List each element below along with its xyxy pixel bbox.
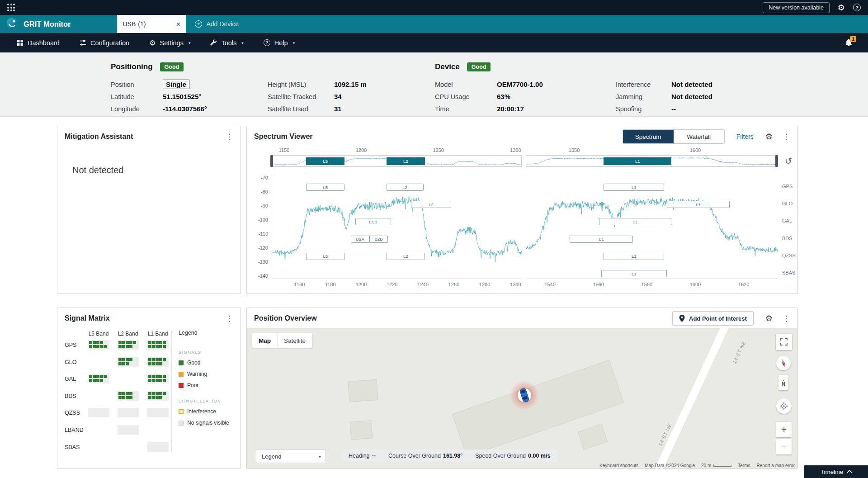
x-axis-tick: 1620	[738, 282, 749, 287]
new-version-button[interactable]: New version available	[763, 2, 830, 13]
y-axis-tick: -70	[249, 175, 268, 180]
signal-cell-qzss-l2[interactable]	[118, 408, 139, 417]
map-type-map-button[interactable]: Map	[252, 333, 277, 348]
signal-cell-glo-l2[interactable]	[118, 357, 139, 367]
nav-item-tools[interactable]: Tools ▾	[210, 39, 243, 47]
positioning-title: Positioning Good	[111, 62, 184, 71]
chevron-down-icon: ▾	[293, 41, 295, 45]
signal-good-square	[163, 341, 166, 344]
signal-cell-bds-l1[interactable]	[147, 391, 169, 401]
signal-good-square	[152, 345, 155, 348]
signal-good-square	[152, 362, 155, 365]
signal-cell-sbas-l1[interactable]	[147, 442, 169, 452]
spectrum-chart: L5L2L2E5BB2AB2BL5L2116011801200122012401…	[272, 172, 777, 291]
signal-cell-qzss-l5[interactable]	[88, 408, 109, 417]
overview-strip[interactable]: L1	[526, 155, 778, 167]
gear-icon[interactable]: ⚙	[765, 314, 773, 322]
satellite-tracked-value: 34	[334, 93, 342, 100]
nav-item-configuration[interactable]: Configuration	[80, 39, 129, 47]
signal-good-square	[148, 396, 151, 399]
row-label-lband: LBAND	[65, 427, 84, 433]
compass-icon[interactable]	[776, 356, 791, 370]
overview-tick: 1250	[433, 147, 443, 153]
signal-good-square	[148, 392, 151, 395]
add-poi-button[interactable]: Add Point of Interest	[672, 311, 754, 326]
fullscreen-icon[interactable]	[776, 334, 792, 350]
spectrum-panel: L5L2L2E5BB2AB2BL5L2	[272, 175, 522, 279]
reset-zoom-icon[interactable]: ↺	[782, 155, 795, 167]
overview-band-l5[interactable]: L5	[306, 157, 344, 165]
report-map-error-link[interactable]: Report a map error	[757, 463, 795, 468]
kebab-menu-icon[interactable]: ⋮	[226, 133, 233, 141]
close-icon[interactable]: ×	[176, 20, 181, 28]
signal-cell-gps-l1[interactable]	[147, 340, 169, 350]
help-icon: ?	[264, 39, 270, 46]
add-device-tab[interactable]: + Add Device	[186, 15, 248, 33]
help-icon[interactable]: ?	[853, 4, 861, 11]
north-reset-button[interactable]: ▲N	[778, 375, 788, 390]
road-label: 14 ST NE	[731, 340, 747, 364]
signal-good-square	[89, 379, 92, 382]
signal-good-square	[118, 396, 122, 399]
signal-cell-qzss-l1[interactable]	[147, 408, 169, 417]
gear-icon[interactable]: ⚙	[838, 4, 845, 12]
card-title: Signal Matrix	[65, 314, 110, 322]
zoom-out-button[interactable]: −	[776, 439, 792, 454]
positioning-status-badge: Good	[160, 62, 184, 71]
nav-item-dashboard[interactable]: Dashboard	[17, 39, 60, 47]
map-type-satellite-button[interactable]: Satellite	[277, 333, 312, 348]
overview-band-l2[interactable]: L2	[387, 157, 425, 165]
nav-item-settings[interactable]: ⚙ Settings ▾	[149, 39, 190, 47]
terms-link[interactable]: Terms	[738, 463, 750, 468]
my-location-icon[interactable]	[776, 398, 792, 414]
range-handle-left[interactable]	[270, 155, 273, 167]
kebab-menu-icon[interactable]: ⋮	[783, 133, 790, 141]
tab-label: USB	[123, 20, 136, 28]
constellation-label-qzss: QZSS	[782, 253, 802, 258]
signal-cell-gal-l5[interactable]	[88, 374, 109, 383]
spectrum-mode-button[interactable]: Spectrum	[623, 130, 674, 143]
topbar-right: New version available ⚙ ?	[763, 2, 861, 13]
gear-icon[interactable]: ⚙	[765, 133, 773, 141]
signal-cell-gps-l5[interactable]	[88, 340, 109, 350]
longitude-value: -114.0307566°	[163, 105, 207, 113]
kebab-menu-icon[interactable]: ⋮	[226, 315, 233, 322]
topbar: New version available ⚙ ?	[0, 0, 868, 15]
map-legend-dropdown[interactable]: Legend ▾	[256, 450, 326, 463]
signal-cell-lband-l2[interactable]	[118, 425, 139, 435]
filters-link[interactable]: Filters	[736, 133, 754, 140]
signal-good-square	[152, 396, 155, 399]
overview-tick: 1600	[690, 147, 701, 153]
notifications-bell-icon[interactable]: 1	[845, 39, 853, 47]
map-building	[350, 420, 373, 440]
signal-cell-bds-l2[interactable]	[118, 391, 139, 401]
overview-band-l1[interactable]: L1	[604, 157, 671, 165]
chevron-down-icon: ▾	[319, 454, 321, 459]
positioning-fields-col1: PositionSingle Latitude51.1501525° Longi…	[111, 78, 207, 115]
range-handle-right[interactable]	[775, 155, 778, 167]
nav-item-help[interactable]: ? Help ▾	[264, 39, 295, 47]
map-canvas[interactable]: 14 ST NE 14 ST NE Map Satellite	[247, 328, 797, 469]
card-title: Position Overview	[254, 314, 317, 322]
column-header: L2 Band	[118, 331, 138, 337]
timeline-bar[interactable]: Timeline	[804, 465, 868, 478]
waterfall-mode-button[interactable]: Waterfall	[674, 130, 724, 143]
signal-cell-glo-l1[interactable]	[147, 357, 169, 367]
signal-good-square	[148, 362, 151, 365]
signal-good-square	[159, 341, 162, 344]
signal-good-square	[163, 345, 166, 348]
signal-good-square	[93, 345, 96, 348]
keyboard-shortcuts-link[interactable]: Keyboard shortcuts	[599, 463, 638, 468]
overview-strip[interactable]: L5L2	[272, 155, 522, 167]
kebab-menu-icon[interactable]: ⋮	[783, 315, 790, 322]
signal-good-square	[152, 392, 155, 395]
legend-item-no-signals: No signals visible	[179, 420, 229, 426]
app-grid-icon[interactable]	[7, 4, 15, 11]
tab-usb-device[interactable]: USB (1) ×	[117, 15, 186, 33]
signal-cell-gal-l1[interactable]	[147, 374, 169, 383]
signal-good-square	[159, 358, 162, 361]
zoom-in-button[interactable]: +	[776, 422, 792, 437]
x-axis-tick: 1240	[417, 282, 428, 287]
signal-good-square	[122, 392, 125, 395]
signal-cell-gps-l2[interactable]	[118, 340, 139, 350]
